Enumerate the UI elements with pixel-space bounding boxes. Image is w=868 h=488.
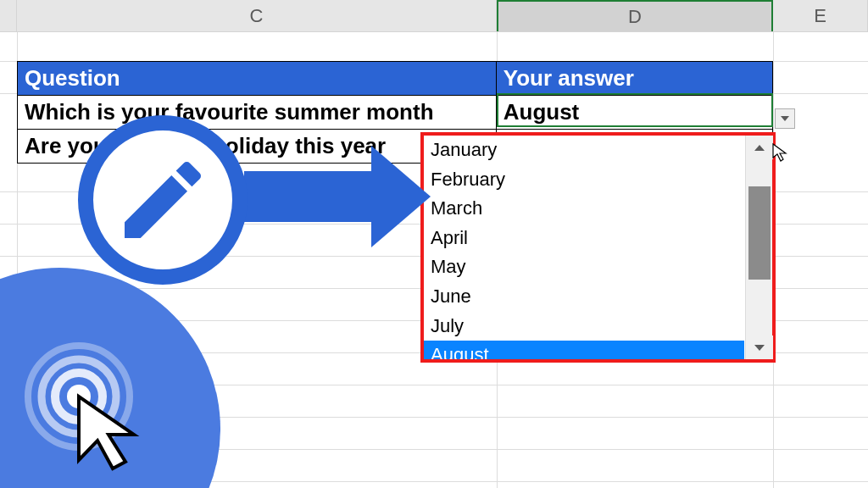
chevron-down-icon (781, 116, 789, 121)
dropdown-toggle-button[interactable] (775, 108, 795, 129)
chevron-down-icon (754, 345, 765, 351)
dropdown-list-highlight-box: January February March April May June Ju… (420, 132, 776, 363)
dropdown-item[interactable]: April (424, 224, 744, 253)
chevron-up-icon (754, 145, 765, 151)
column-headers: C D E (0, 0, 868, 32)
col-question-header[interactable]: Question (18, 62, 497, 95)
annotation-arrow-icon (244, 171, 371, 222)
dropdown-item[interactable]: July (424, 312, 744, 341)
table-header-row: Question Your answer (18, 62, 772, 95)
edit-annotation-badge (78, 115, 248, 285)
brand-logo-icon (15, 329, 159, 473)
col-header-d[interactable]: D (497, 0, 773, 31)
mouse-cursor-icon (771, 142, 792, 163)
rowhdr-stub (0, 0, 17, 31)
dropdown-item[interactable]: March (424, 194, 744, 224)
col-answer-header[interactable]: Your answer (497, 62, 772, 95)
svg-marker-0 (773, 144, 786, 161)
spreadsheet-view: C D E Question Your answer Which is your… (0, 0, 868, 488)
scrollbar-thumb[interactable] (748, 186, 771, 280)
col-header-c[interactable]: C (17, 0, 497, 31)
dropdown-item[interactable]: May (424, 252, 744, 282)
scroll-up-button[interactable] (746, 136, 773, 159)
dropdown-item[interactable]: January (424, 136, 744, 165)
scroll-down-button[interactable] (746, 336, 773, 359)
dropdown-item[interactable]: June (424, 282, 744, 312)
dropdown-list[interactable]: January February March April May June Ju… (424, 136, 744, 359)
col-header-e[interactable]: E (773, 0, 868, 31)
question-cell[interactable]: Which is your favourite summer month (18, 95, 497, 129)
dropdown-item-selected[interactable]: August (424, 341, 744, 359)
pencil-icon (112, 149, 214, 251)
answer-cell[interactable]: August (497, 95, 772, 129)
dropdown-scrollbar[interactable] (745, 136, 772, 359)
dropdown-item[interactable]: February (424, 165, 744, 195)
